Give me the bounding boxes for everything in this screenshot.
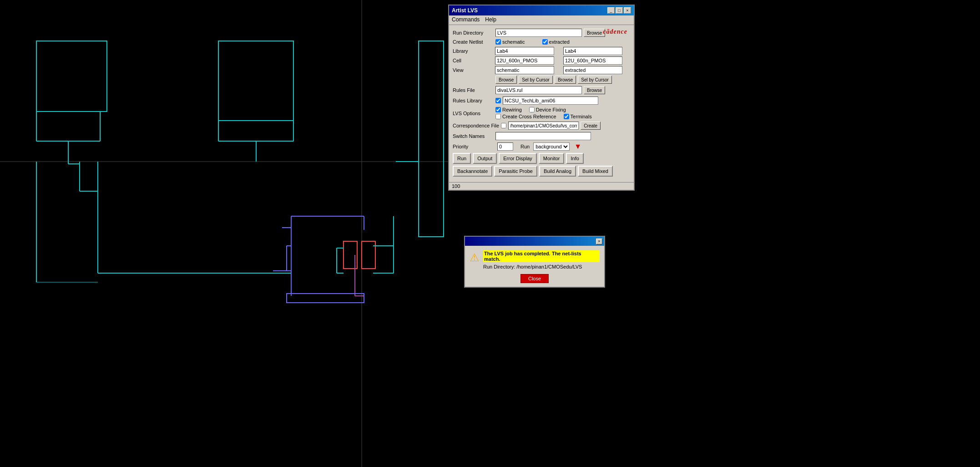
run-directory-browse-button[interactable]: Browse <box>584 29 605 37</box>
device-fixing-checkbox-label[interactable]: Device Fixing <box>529 107 566 112</box>
warning-icon: ⚠ <box>470 251 480 264</box>
view-extracted-input[interactable] <box>563 66 622 74</box>
schematic-checkbox[interactable] <box>495 39 501 45</box>
extracted-checkbox-label[interactable]: extracted <box>542 39 570 45</box>
cadence-logo: cādence <box>603 28 627 36</box>
help-menu[interactable]: Help <box>485 16 496 24</box>
create-netlist-row: Create Netlist schematic extracted <box>453 39 630 45</box>
schematic-checkbox-label[interactable]: schematic <box>495 39 525 45</box>
window-content: Run Directory Browse Create Netlist sche… <box>449 25 634 182</box>
notification-titlebar: × <box>465 237 604 246</box>
notification-close-button[interactable]: Close <box>520 274 549 283</box>
sel-by-cursor-extracted-button[interactable]: Sel by Cursor <box>578 76 612 84</box>
device-fixing-checkbox[interactable] <box>529 107 535 112</box>
zoom-value: 100 <box>452 183 460 189</box>
svg-rect-40 <box>287 294 364 303</box>
svg-rect-8 <box>218 41 293 121</box>
create-cross-ref-checkbox[interactable] <box>495 114 501 119</box>
terminals-label: Terminals <box>571 114 592 119</box>
correspondence-file-input[interactable] <box>508 122 579 130</box>
priority-run-row: Priority Run background foreground ▼ <box>453 142 630 151</box>
priority-input[interactable] <box>497 142 513 151</box>
rules-library-checkbox-label[interactable] <box>495 98 501 103</box>
run-directory-label: Run Directory <box>453 30 494 36</box>
extracted-label: extracted <box>549 39 570 45</box>
build-analog-button[interactable]: Build Analog <box>539 166 576 177</box>
notification-close-area: Close <box>465 274 604 287</box>
run-mode-select[interactable]: background foreground <box>533 142 570 151</box>
cell-row: Cell <box>453 56 630 65</box>
lvs-options-label: LVS Options <box>453 111 494 116</box>
rules-library-checkbox[interactable] <box>495 98 501 103</box>
run-mode-label: Run <box>520 144 530 149</box>
minimize-button[interactable]: _ <box>607 7 615 14</box>
correspondence-file-row: Correspondence File Create <box>453 122 630 130</box>
correspondence-create-button[interactable]: Create <box>581 122 601 130</box>
close-window-button[interactable]: × <box>624 7 631 14</box>
switch-names-row: Switch Names <box>453 132 630 140</box>
notification-highlight: The LVS job has completed. The net-lists… <box>483 250 600 262</box>
priority-label: Priority <box>453 144 494 149</box>
backannotate-button[interactable]: Backannotate <box>453 166 492 177</box>
run-directory-input[interactable] <box>495 29 582 37</box>
lvs-window: Artist LVS _ □ × Commands Help cādence R… <box>448 5 635 191</box>
zoom-row: 100 <box>449 182 634 190</box>
view-browse-extracted-button[interactable]: Browse <box>555 76 576 84</box>
cell-schematic-input[interactable] <box>495 56 554 65</box>
action-buttons-row: Run Output Error Display Monitor Info <box>453 153 630 164</box>
library-schematic-input[interactable] <box>495 47 554 55</box>
output-button[interactable]: Output <box>473 153 497 164</box>
rules-file-label: Rules File <box>453 87 494 93</box>
create-netlist-label: Create Netlist <box>453 39 494 45</box>
menubar: Commands Help cādence <box>449 15 634 25</box>
build-mixed-button[interactable]: Build Mixed <box>578 166 613 177</box>
notification-dialog: × ⚠ The LVS job has completed. The net-l… <box>464 236 605 288</box>
library-extracted-input[interactable] <box>563 47 622 55</box>
monitor-button[interactable]: Monitor <box>539 153 565 164</box>
correspondence-file-label: Correspondence File <box>453 123 499 128</box>
window-title: Artist LVS <box>452 7 478 14</box>
rewiring-label: Rewiring <box>502 107 522 112</box>
svg-rect-13 <box>419 41 444 237</box>
notification-subtext: Run Directory: /home/pinan1/CMOSedu/LVS <box>483 264 600 269</box>
switch-names-input[interactable] <box>495 132 591 140</box>
notification-text: The LVS job has completed. The net-lists… <box>483 250 600 269</box>
view-browse-schematic-button[interactable]: Browse <box>495 76 517 84</box>
parasitic-probe-button[interactable]: Parasitic Probe <box>494 166 537 177</box>
maximize-button[interactable]: □ <box>616 7 623 14</box>
rules-library-input[interactable] <box>503 96 598 105</box>
extracted-checkbox[interactable] <box>542 39 548 45</box>
window-titlebar: Artist LVS _ □ × <box>449 5 634 15</box>
lvs-options-row: LVS Options Rewiring Device Fixing C <box>453 107 630 119</box>
cell-extracted-input[interactable] <box>563 56 622 65</box>
notification-content: ⚠ The LVS job has completed. The net-lis… <box>465 246 604 274</box>
rules-file-row: Rules File Browse <box>453 86 630 94</box>
window-controls: _ □ × <box>607 7 631 14</box>
correspondence-checkbox[interactable] <box>501 123 506 128</box>
svg-rect-2 <box>36 41 107 112</box>
rules-library-label: Rules Library <box>453 98 494 103</box>
correspondence-checkbox-label[interactable] <box>501 123 506 128</box>
view-buttons-row: Browse Sel by Cursor Browse Sel by Curso… <box>453 76 630 84</box>
rewiring-checkbox-label[interactable]: Rewiring <box>495 107 522 112</box>
error-display-button[interactable]: Error Display <box>499 153 537 164</box>
switch-names-label: Switch Names <box>453 133 494 139</box>
terminals-checkbox[interactable] <box>564 114 569 119</box>
library-label: Library <box>453 48 494 54</box>
run-dropdown-arrow: ▼ <box>574 142 581 151</box>
view-label: View <box>453 67 494 73</box>
create-cross-ref-checkbox-label[interactable]: Create Cross Reference <box>495 114 556 119</box>
info-button[interactable]: Info <box>566 153 583 164</box>
rules-library-row: Rules Library <box>453 96 630 105</box>
rules-file-input[interactable] <box>495 86 582 94</box>
terminals-checkbox-label[interactable]: Terminals <box>564 114 592 119</box>
run-button[interactable]: Run <box>453 153 471 164</box>
cell-label: Cell <box>453 58 494 63</box>
view-schematic-input[interactable] <box>495 66 554 74</box>
view-row: View <box>453 66 630 74</box>
commands-menu[interactable]: Commands <box>452 16 480 24</box>
rewiring-checkbox[interactable] <box>495 107 501 112</box>
sel-by-cursor-schematic-button[interactable]: Sel by Cursor <box>519 76 553 84</box>
rules-file-browse-button[interactable]: Browse <box>584 86 605 94</box>
notification-close-x-button[interactable]: × <box>596 239 602 244</box>
